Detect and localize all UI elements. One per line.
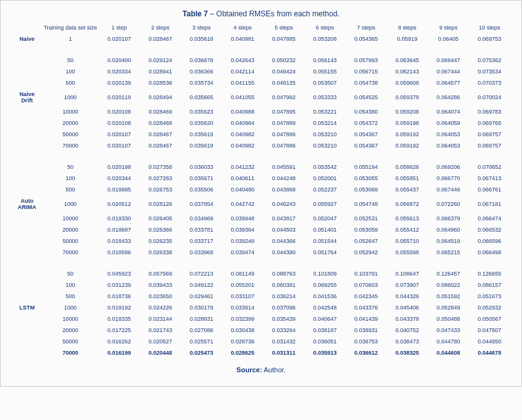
table-row: 100000.0183350.0231440.0288310.0323990.0…: [12, 313, 510, 325]
value-cell: 0.052849: [428, 302, 469, 313]
value-cell: 0.025473: [181, 347, 222, 358]
header-step: 1 step: [99, 22, 140, 33]
value-cell: 0.066532: [469, 224, 511, 235]
value-cell: 0.066761: [469, 184, 511, 195]
value-cell: 0.028468: [140, 117, 182, 129]
table-row: 500000.0162620.0205270.0255710.0287360.0…: [12, 336, 510, 347]
value-cell: 0.043868: [263, 184, 305, 195]
value-cell: 0.052001: [305, 173, 346, 184]
value-cell: 0.053069: [345, 184, 387, 195]
value-cell: 0.051673: [469, 291, 511, 302]
value-cell: 0.059608: [387, 77, 428, 89]
value-cell: 0.038325: [387, 347, 428, 358]
value-cell: 0.081149: [222, 258, 264, 279]
method-label-cell: [12, 106, 42, 117]
header-step: 7 steps: [345, 22, 387, 33]
value-cell: 0.064059: [428, 117, 469, 129]
value-cell: 0.053059: [345, 224, 387, 235]
value-cell: 0.064053: [428, 129, 469, 140]
value-cell: 0.040982: [222, 140, 264, 151]
table-caption: Table 7 – Obtained RMSEs from each metho…: [12, 9, 510, 18]
set-size-cell: 10000: [42, 213, 99, 224]
value-cell: 0.05919: [387, 33, 428, 45]
value-cell: 0.045406: [387, 302, 428, 313]
value-cell: 0.028467: [140, 140, 182, 151]
value-cell: 0.028536: [140, 77, 182, 89]
value-cell: 0.045591: [263, 151, 305, 173]
value-cell: 0.028467: [140, 129, 182, 140]
value-cell: 0.028494: [140, 89, 182, 106]
value-cell: 0.043378: [387, 313, 428, 325]
value-cell: 0.041232: [222, 151, 264, 173]
value-cell: 0.019885: [99, 184, 140, 195]
table-row: 700000.0161990.0204480.0254730.0286250.0…: [12, 347, 510, 358]
method-label-cell: [12, 129, 42, 140]
value-cell: 0.040981: [222, 33, 264, 45]
table-source: Source: Author.: [12, 366, 510, 374]
method-label-cell: [12, 258, 42, 279]
value-cell: 0.036214: [263, 291, 305, 302]
value-cell: 0.020198: [99, 151, 140, 173]
value-cell: 0.039433: [140, 279, 182, 291]
value-cell: 0.027283: [140, 173, 182, 184]
value-cell: 0.026366: [140, 224, 182, 235]
value-cell: 0.043376: [345, 302, 387, 313]
table-row: 500.0201980.0273580.0360330.0412320.0455…: [12, 151, 510, 173]
table-row: 100000.0201080.0284690.0356230.0409880.0…: [12, 106, 510, 117]
value-cell: 0.028831: [181, 313, 222, 325]
value-cell: 0.063645: [387, 45, 428, 66]
value-cell: 0.018433: [99, 235, 140, 247]
header-step: 6 steps: [305, 22, 346, 33]
value-cell: 0.023144: [140, 313, 182, 325]
value-cell: 0.070373: [469, 77, 511, 89]
value-cell: 0.041055: [222, 89, 264, 106]
value-cell: 0.053214: [305, 117, 346, 129]
value-cell: 0.053507: [305, 77, 346, 89]
value-cell: 0.053542: [305, 151, 346, 173]
value-cell: 0.055613: [387, 213, 428, 224]
value-cell: 0.042548: [305, 302, 346, 313]
value-cell: 0.028126: [140, 195, 182, 213]
value-cell: 0.057969: [140, 258, 182, 279]
value-cell: 0.036612: [345, 347, 387, 358]
value-cell: 0.027358: [140, 151, 182, 173]
value-cell: 0.026753: [140, 184, 182, 195]
value-cell: 0.044608: [428, 347, 469, 358]
value-cell: 0.064053: [428, 140, 469, 151]
value-cell: 0.029461: [181, 291, 222, 302]
value-cell: 0.069757: [469, 140, 511, 151]
value-cell: 0.044503: [263, 224, 305, 235]
value-cell: 0.103791: [345, 258, 387, 279]
value-cell: 0.025571: [181, 336, 222, 347]
header-blank: [12, 22, 42, 33]
value-cell: 0.066596: [469, 235, 511, 247]
table-row: Naive Drift10000.0201190.0284940.0356650…: [12, 89, 510, 106]
set-size-cell: 70000: [42, 140, 99, 151]
value-cell: 0.053055: [345, 173, 387, 184]
value-cell: 0.028467: [140, 33, 182, 45]
method-label-cell: [12, 77, 42, 89]
value-cell: 0.070652: [469, 151, 511, 173]
method-label-cell: [12, 235, 42, 247]
value-cell: 0.028941: [140, 66, 182, 77]
value-cell: 0.019330: [99, 213, 140, 224]
value-cell: 0.052237: [305, 184, 346, 195]
value-cell: 0.018736: [99, 291, 140, 302]
set-size-cell: 500: [42, 77, 99, 89]
set-size-cell: 20000: [42, 325, 99, 336]
value-cell: 0.052047: [305, 213, 346, 224]
value-cell: 0.055927: [305, 195, 346, 213]
table-row: 5000.0187360.0236500.0294610.0331070.036…: [12, 291, 510, 302]
table-row: 700000.0185860.0263380.0339680.0394740.0…: [12, 247, 510, 258]
method-label-cell: [12, 45, 42, 66]
method-label-cell: [12, 224, 42, 235]
value-cell: 0.052942: [345, 247, 387, 258]
value-cell: 0.051592: [428, 291, 469, 302]
table-row: 200000.0186870.0263660.0337810.0393640.0…: [12, 224, 510, 235]
value-cell: 0.020107: [99, 33, 140, 45]
value-cell: 0.052932: [469, 302, 511, 313]
value-cell: 0.047433: [428, 325, 469, 336]
value-cell: 0.055412: [387, 224, 428, 235]
method-label-cell: [12, 173, 42, 184]
value-cell: 0.040647: [305, 313, 346, 325]
